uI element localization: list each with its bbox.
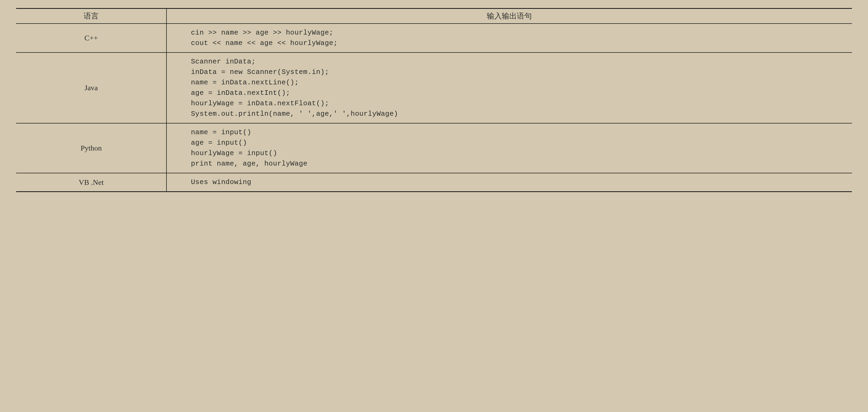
io-statements-table: 语言 输入输出语句 C++ cin >> name >> age >> hour…: [16, 8, 852, 192]
header-language: 语言: [16, 8, 166, 24]
language-name: Python: [16, 123, 166, 173]
table-header-row: 语言 输入输出语句: [16, 8, 852, 24]
code-snippet: Uses windowing: [166, 173, 852, 192]
code-snippet: Scanner inData; inData = new Scanner(Sys…: [166, 53, 852, 123]
language-io-table: 语言 输入输出语句 C++ cin >> name >> age >> hour…: [16, 8, 852, 192]
code-snippet: name = input() age = input() hourlyWage …: [166, 123, 852, 173]
table-row: VB .Net Uses windowing: [16, 173, 852, 192]
language-name: C++: [16, 24, 166, 53]
language-name: VB .Net: [16, 173, 166, 192]
table-row: Java Scanner inData; inData = new Scanne…: [16, 53, 852, 123]
language-name: Java: [16, 53, 166, 123]
table-row: C++ cin >> name >> age >> hourlyWage; co…: [16, 24, 852, 53]
code-snippet: cin >> name >> age >> hourlyWage; cout <…: [166, 24, 852, 53]
table-row: Python name = input() age = input() hour…: [16, 123, 852, 173]
header-io-statement: 输入输出语句: [166, 8, 852, 24]
